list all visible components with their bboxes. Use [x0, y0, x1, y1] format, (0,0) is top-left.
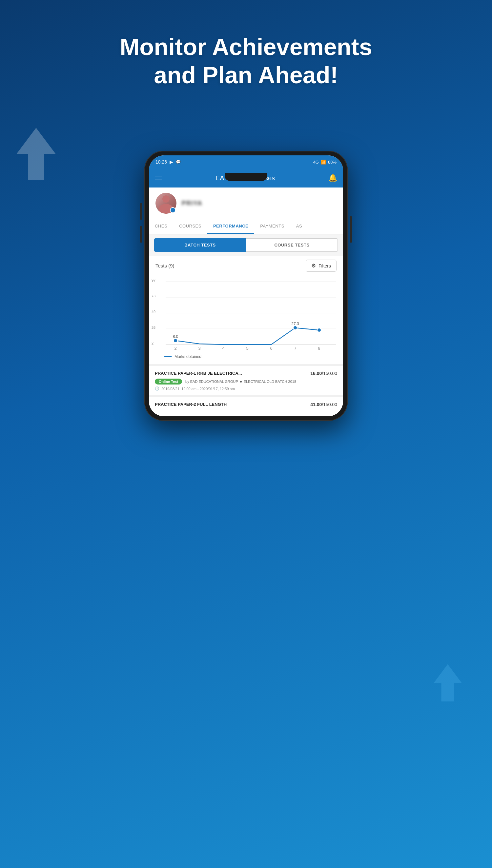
test-card-2[interactable]: PRACTICE PAPER-2 FULL LENGTH 41.00/150.0…	[149, 395, 343, 416]
chart-svg: 2 3 4 5 6 7 8	[164, 278, 338, 350]
avatar-badge	[170, 207, 176, 213]
clock-icon: 🕐	[155, 387, 159, 391]
svg-text:8: 8	[318, 346, 320, 350]
avatar	[155, 193, 176, 214]
volume-down-button	[140, 226, 142, 242]
svg-text:7: 7	[294, 346, 296, 350]
profile-name: PRIYA	[182, 200, 202, 207]
legend-line-icon	[164, 356, 172, 357]
status-left: 10:26 ▶ 💬	[155, 159, 181, 164]
y-label-97: 97	[151, 278, 155, 282]
chart-legend: Marks obtained	[164, 352, 338, 359]
test-score-1: 16.00/150.00	[310, 371, 337, 376]
y-label-73: 73	[151, 294, 155, 298]
tab-performance[interactable]: PERFORMANCE	[207, 219, 254, 234]
status-bar: 10:26 ▶ 💬 4G 📶 88%	[149, 155, 343, 168]
profile-section: PRIYA	[149, 187, 343, 219]
tab-batches[interactable]: CHES	[149, 219, 173, 234]
test-title-2: PRACTICE PAPER-2 FULL LENGTH	[155, 402, 310, 407]
y-label-26: 26	[151, 325, 155, 330]
test-badges-1: Online Test by EAD EDUCATIONAL GROUP ELE…	[155, 378, 337, 385]
bg-arrow-left-icon	[10, 125, 62, 184]
whatsapp-icon: 💬	[176, 160, 181, 164]
y-label-49: 49	[151, 310, 155, 314]
y-label-2: 2	[151, 341, 153, 345]
batch-tests-button[interactable]: BATCH TESTS	[154, 238, 246, 252]
status-right: 4G 📶 88%	[313, 160, 337, 164]
svg-text:2: 2	[174, 346, 176, 350]
provider-info: by EAD EDUCATIONAL GROUP ELECTRICAL OLD …	[185, 379, 296, 384]
course-tests-button[interactable]: COURSE TESTS	[246, 238, 338, 252]
time-display: 10:26	[155, 159, 167, 164]
svg-point-14	[293, 326, 297, 330]
tabs-container: CHES COURSES PERFORMANCE PAYMENTS AS	[149, 219, 343, 234]
svg-text:5: 5	[246, 346, 248, 350]
power-button	[350, 216, 352, 242]
svg-text:27.3: 27.3	[291, 321, 299, 326]
hamburger-menu-button[interactable]	[155, 176, 162, 180]
hero-title: Monitor Achievements and Plan Ahead!	[0, 33, 492, 89]
tab-assignments[interactable]: AS	[290, 219, 308, 234]
notch	[225, 173, 267, 181]
carrier-label: 4G	[313, 160, 319, 164]
svg-text:6: 6	[270, 346, 272, 350]
tab-payments[interactable]: PAYMENTS	[254, 219, 290, 234]
tests-header: Tests (9) ⚙ Filters	[149, 256, 343, 276]
test-type-toggle: BATCH TESTS COURSE TESTS	[149, 234, 343, 256]
volume-up-button	[140, 203, 142, 220]
svg-text:8.0: 8.0	[173, 334, 178, 339]
location-icon: ▶	[170, 159, 173, 164]
battery-label: 88%	[328, 160, 337, 164]
notification-bell-icon[interactable]: 🔔	[328, 174, 337, 182]
filters-label: Filters	[319, 263, 331, 268]
svg-text:4: 4	[222, 346, 224, 350]
bg-arrow-right-icon	[430, 661, 466, 704]
performance-chart: 97 73 49 26 2 2 3 4	[149, 276, 343, 364]
tests-count: Tests (9)	[155, 263, 174, 268]
online-test-badge: Online Test	[155, 378, 182, 385]
legend-label: Marks obtained	[174, 354, 201, 359]
svg-text:3: 3	[198, 346, 200, 350]
filter-icon: ⚙	[311, 263, 316, 269]
test-score-2: 41.00/150.00	[310, 402, 337, 407]
test-time-1: 🕐 2019/08/21, 12:00 am - 2020/01/17, 12:…	[155, 387, 337, 391]
filters-button[interactable]: ⚙ Filters	[306, 260, 337, 272]
svg-point-13	[173, 339, 177, 343]
test-title-1: PRACTICE PAPER-1 RRB JE ELECTRICA...	[155, 371, 310, 376]
tab-courses[interactable]: COURSES	[173, 219, 207, 234]
phone-mockup: 10:26 ▶ 💬 4G 📶 88% EAD Online Classes	[144, 151, 348, 421]
test-card-1[interactable]: PRACTICE PAPER-1 RRB JE ELECTRICA... 16.…	[149, 364, 343, 395]
signal-icon: 📶	[321, 160, 326, 164]
svg-point-15	[317, 328, 321, 332]
